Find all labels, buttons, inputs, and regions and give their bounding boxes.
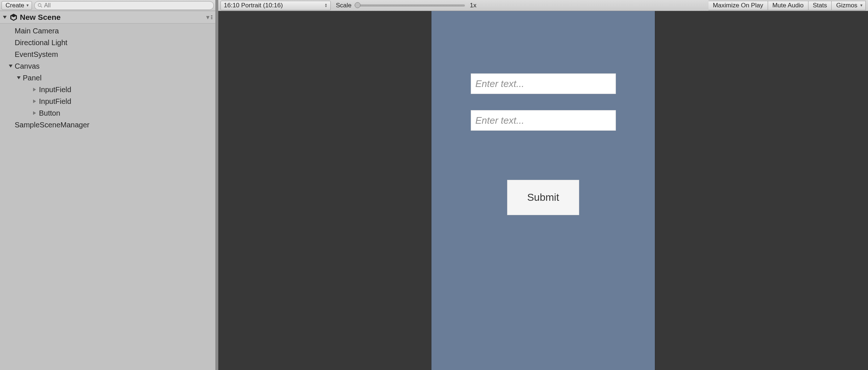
svg-point-0	[38, 3, 41, 6]
aspect-ratio-dropdown[interactable]: 16:10 Portrait (10:16) ▲▼	[220, 1, 331, 10]
svg-line-1	[41, 6, 42, 7]
foldout-down-icon[interactable]	[3, 16, 7, 19]
hierarchy-item-label: Panel	[23, 74, 42, 82]
foldout-down-icon[interactable]	[17, 76, 21, 79]
stepper-icon: ▲▼	[324, 3, 327, 8]
scale-label: Scale	[336, 2, 352, 9]
hierarchy-item-label: Button	[39, 109, 60, 117]
hierarchy-tree: Main Camera Directional Light EventSyste…	[0, 23, 215, 131]
game-view-panel: 16:10 Portrait (10:16) ▲▼ Scale 1x Maxim…	[216, 0, 868, 370]
context-menu-icon[interactable]	[211, 15, 212, 19]
dropdown-arrow-icon: ▼	[26, 3, 29, 7]
maximize-on-play-button[interactable]: Maximize On Play	[709, 1, 768, 10]
inputfield-1[interactable]	[471, 73, 616, 94]
hierarchy-item-samplescenemanager[interactable]: SampleSceneManager	[0, 119, 215, 131]
scale-value: 1x	[470, 2, 477, 9]
hierarchy-panel: Create ▼ New Scene ▾ Main Cam	[0, 0, 216, 370]
button-label: Mute Audio	[772, 2, 804, 9]
search-icon	[37, 3, 43, 8]
game-toolbar: 16:10 Portrait (10:16) ▲▼ Scale 1x Maxim…	[218, 0, 868, 11]
hierarchy-item-main-camera[interactable]: Main Camera	[0, 25, 215, 37]
hierarchy-item-label: InputField	[39, 86, 71, 94]
scene-header-options[interactable]: ▾	[206, 13, 212, 21]
foldout-right-icon[interactable]	[33, 88, 36, 91]
hierarchy-item-label: Canvas	[15, 62, 40, 70]
stats-button[interactable]: Stats	[808, 1, 832, 10]
canvas-render: Submit	[431, 11, 655, 370]
foldout-down-icon[interactable]	[9, 65, 12, 68]
button-label: Stats	[813, 2, 827, 9]
hierarchy-search[interactable]	[34, 1, 214, 10]
foldout-right-icon[interactable]	[33, 111, 36, 115]
hierarchy-item-label: Directional Light	[15, 39, 67, 47]
scene-title: New Scene	[20, 13, 61, 22]
foldout-right-icon[interactable]	[33, 99, 36, 103]
unity-logo-icon	[10, 13, 18, 21]
aspect-ratio-label: 16:10 Portrait (10:16)	[224, 2, 283, 9]
hierarchy-item-panel[interactable]: Panel	[0, 72, 215, 84]
hierarchy-item-eventsystem[interactable]: EventSystem	[0, 48, 215, 60]
create-label: Create	[6, 2, 24, 9]
scene-header[interactable]: New Scene ▾	[0, 11, 215, 23]
submit-button[interactable]: Submit	[507, 180, 579, 215]
create-button[interactable]: Create ▼	[1, 1, 32, 10]
gizmos-button[interactable]: Gizmos ▼	[832, 1, 866, 10]
hierarchy-item-label: Main Camera	[15, 27, 59, 35]
scale-slider[interactable]	[355, 4, 465, 7]
button-label: Maximize On Play	[713, 2, 763, 9]
hierarchy-item-label: SampleSceneManager	[15, 121, 89, 129]
hierarchy-toolbar: Create ▼	[0, 0, 215, 11]
hierarchy-search-input[interactable]	[44, 2, 211, 9]
unity-editor: Create ▼ New Scene ▾ Main Cam	[0, 0, 868, 370]
hierarchy-item-inputfield-2[interactable]: InputField	[0, 95, 215, 107]
inputfield-2[interactable]	[471, 110, 616, 131]
scale-control: Scale 1x	[336, 2, 477, 9]
hierarchy-item-button[interactable]: Button	[0, 107, 215, 119]
hierarchy-item-label: InputField	[39, 97, 71, 106]
hierarchy-item-directional-light[interactable]: Directional Light	[0, 37, 215, 48]
mute-audio-button[interactable]: Mute Audio	[768, 1, 808, 10]
button-label: Gizmos	[836, 2, 857, 9]
game-viewport: Submit	[218, 11, 868, 370]
hierarchy-item-inputfield-1[interactable]: InputField	[0, 84, 215, 95]
dropdown-arrow-icon: ▼	[860, 3, 863, 7]
popup-icon[interactable]: ▾	[206, 13, 209, 21]
hierarchy-item-label: EventSystem	[15, 50, 58, 59]
slider-thumb-icon[interactable]	[355, 2, 361, 8]
hierarchy-item-canvas[interactable]: Canvas	[0, 60, 215, 72]
